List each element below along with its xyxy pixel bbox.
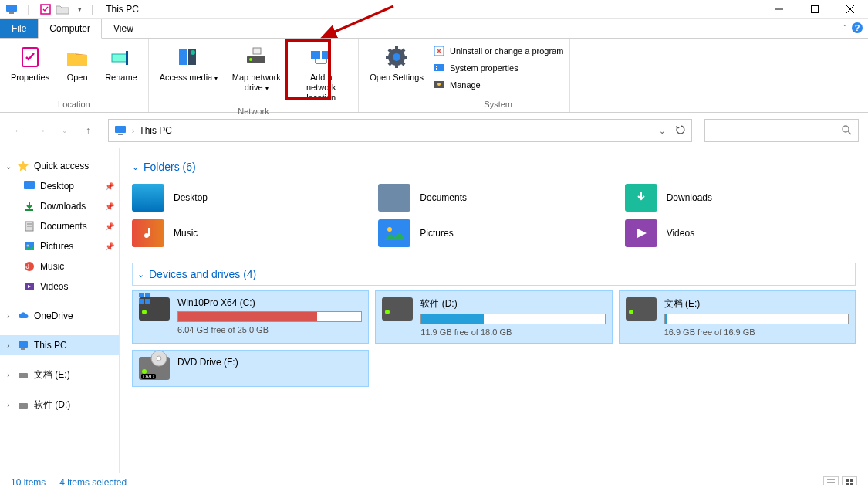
properties-button[interactable]: Properties	[6, 42, 54, 98]
navigation-pane[interactable]: ⌄ Quick access Desktop 📌 Downloads 📌 Doc…	[0, 148, 120, 473]
sidebar-quick-access[interactable]: ⌄ Quick access	[0, 156, 119, 176]
pin-icon: 📌	[105, 242, 114, 251]
sys-props-icon	[433, 62, 445, 74]
system-properties-button[interactable]: System properties	[433, 62, 563, 74]
downloads-icon	[23, 200, 35, 212]
map-network-drive-button[interactable]: Map network drive ▾	[227, 42, 285, 105]
sidebar-drive-e[interactable]: › 文档 (E:)	[0, 365, 119, 385]
drive-c[interactable]: Win10Pro X64 (C:) 6.04 GB free of 25.0 G…	[132, 290, 369, 344]
folder-downloads[interactable]: Downloads	[625, 184, 856, 212]
sidebar-this-pc[interactable]: › This PC	[0, 335, 119, 355]
drive-d[interactable]: 软件 (D:) 11.9 GB free of 18.0 GB	[375, 290, 612, 344]
access-media-button[interactable]: Access media ▾	[155, 42, 223, 105]
drive-icon	[382, 297, 413, 321]
pin-icon: 📌	[105, 202, 114, 211]
open-button[interactable]: Open	[59, 42, 96, 98]
documents-folder-icon	[378, 184, 410, 212]
folder-qat-icon[interactable]	[56, 2, 69, 16]
address-bar[interactable]: › This PC ⌄	[108, 119, 692, 142]
status-selection-count: 4 items selected	[59, 477, 127, 486]
forward-button[interactable]: →	[32, 121, 51, 140]
folder-videos[interactable]: Videos	[625, 219, 856, 247]
uninstall-program-button[interactable]: Uninstall or change a program	[433, 45, 563, 57]
manage-button[interactable]: Manage	[433, 79, 563, 91]
cloud-icon	[17, 310, 29, 322]
sidebar-music[interactable]: Music	[0, 256, 119, 276]
sidebar-drive-d[interactable]: › 软件 (D:)	[0, 395, 119, 415]
recent-locations-button[interactable]: ⌄	[56, 121, 74, 140]
svg-rect-18	[311, 51, 320, 59]
svg-point-42	[843, 126, 849, 132]
add-network-location-button[interactable]: Add a network location	[290, 42, 352, 105]
chevron-down-icon[interactable]: ⌄	[5, 162, 12, 171]
devices-section-header[interactable]: ⌄ Devices and drives (4)	[132, 263, 856, 286]
tab-computer[interactable]: Computer	[38, 19, 102, 39]
folders-section-header[interactable]: ⌄ Folders (6)	[132, 158, 856, 176]
address-text[interactable]: This PC	[139, 125, 172, 136]
up-button[interactable]: ↑	[79, 121, 97, 140]
title-bar: | ▾ | This PC	[0, 0, 868, 19]
chevron-right-icon[interactable]: ›	[5, 341, 12, 350]
desktop-icon	[23, 180, 35, 192]
svg-point-16	[249, 58, 252, 61]
folder-desktop[interactable]: Desktop	[132, 184, 363, 212]
music-icon	[23, 260, 35, 273]
drive-usage-bar	[664, 314, 849, 324]
content-pane[interactable]: ⌄ Folders (6) Desktop Documents Download…	[120, 148, 868, 473]
folder-pictures[interactable]: Pictures	[378, 219, 609, 247]
back-button[interactable]: ←	[9, 121, 28, 140]
minimize-button[interactable]	[762, 0, 797, 19]
folder-music[interactable]: Music	[132, 219, 363, 247]
open-settings-button[interactable]: Open Settings	[365, 42, 428, 98]
sidebar-videos[interactable]: Videos	[0, 276, 119, 297]
sidebar-onedrive[interactable]: › OneDrive	[0, 306, 119, 326]
dvd-drive-icon: DVD	[139, 357, 170, 380]
desktop-folder-icon	[132, 184, 164, 212]
refresh-button[interactable]	[674, 124, 687, 138]
pin-icon: 📌	[105, 222, 114, 231]
sidebar-pictures[interactable]: Pictures 📌	[0, 236, 119, 256]
search-icon[interactable]	[841, 124, 852, 137]
sidebar-documents[interactable]: Documents 📌	[0, 216, 119, 236]
help-icon[interactable]: ?	[851, 22, 863, 36]
qat-separator: |	[90, 4, 95, 15]
svg-line-29	[389, 49, 391, 52]
qat-dropdown-icon[interactable]: ▾	[73, 2, 86, 16]
chevron-down-icon[interactable]: ⌄	[132, 162, 139, 172]
tab-view[interactable]: View	[102, 19, 145, 38]
quick-access-toolbar: | ▾ |	[0, 2, 100, 16]
chevron-right-icon[interactable]: ›	[5, 312, 12, 321]
tab-file[interactable]: File	[0, 19, 38, 38]
large-icons-view-button[interactable]	[842, 476, 857, 486]
chevron-right-icon[interactable]: ›	[5, 401, 12, 409]
search-input[interactable]	[711, 125, 841, 136]
sidebar-downloads[interactable]: Downloads 📌	[0, 196, 119, 216]
svg-rect-41	[118, 134, 123, 135]
ribbon-group-location: Properties Open Rename Location	[0, 39, 149, 112]
svg-point-38	[437, 83, 441, 86]
status-bar: 10 items 4 items selected	[0, 473, 868, 485]
search-box[interactable]	[704, 119, 859, 142]
sidebar-desktop[interactable]: Desktop 📌	[0, 176, 119, 196]
maximize-button[interactable]	[797, 0, 833, 19]
svg-text:?: ?	[855, 23, 860, 32]
svg-line-31	[389, 63, 391, 65]
address-dropdown-icon[interactable]: ⌄	[659, 127, 665, 135]
drive-e[interactable]: 文档 (E:) 16.9 GB free of 16.9 GB	[619, 290, 856, 344]
star-icon	[17, 160, 29, 172]
ribbon-collapse-icon[interactable]: ˆ	[844, 25, 846, 33]
computer-icon	[113, 124, 127, 137]
chevron-right-icon[interactable]: ›	[5, 371, 12, 379]
svg-rect-60	[139, 293, 144, 297]
address-chevron[interactable]: ›	[132, 127, 134, 135]
chevron-down-icon[interactable]: ⌄	[137, 270, 144, 280]
drive-f-dvd[interactable]: DVD DVD Drive (F:)	[132, 350, 369, 387]
close-button[interactable]	[833, 0, 868, 19]
svg-rect-70	[850, 479, 853, 482]
svg-rect-10	[112, 54, 127, 62]
properties-qat-icon[interactable]	[39, 2, 52, 16]
details-view-button[interactable]	[823, 476, 839, 486]
rename-button[interactable]: Rename	[100, 42, 142, 98]
folder-documents[interactable]: Documents	[378, 184, 609, 212]
music-folder-icon	[132, 219, 164, 247]
